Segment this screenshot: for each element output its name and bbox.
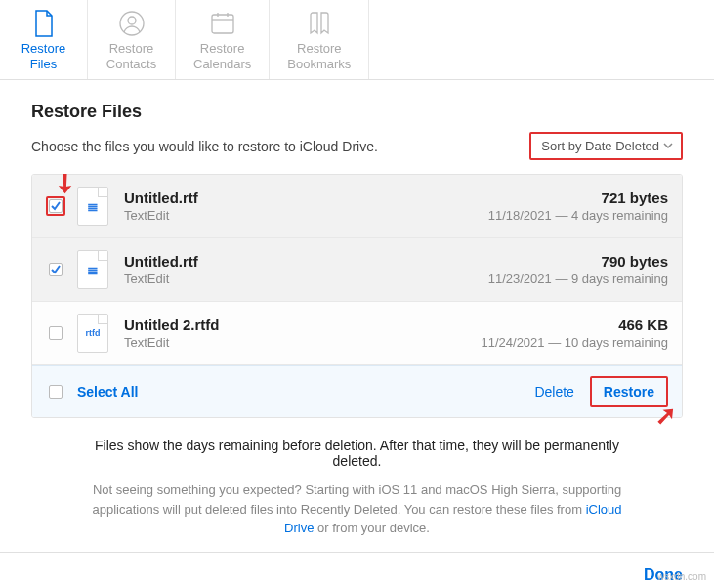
calendar-icon xyxy=(209,10,236,37)
file-name: Untitled 2.rtfd xyxy=(124,316,481,333)
file-row[interactable]: rtfd Untitled 2.rtfd TextEdit 466 KB 11/… xyxy=(32,302,682,365)
file-icon xyxy=(30,10,58,37)
file-app: TextEdit xyxy=(124,208,488,223)
contact-icon xyxy=(118,10,146,37)
help-text: Not seeing something you expected? Start… xyxy=(31,473,683,552)
bookmark-icon xyxy=(306,10,333,37)
tab-restore-files[interactable]: Restore Files xyxy=(0,0,88,79)
file-type-icon: ≣ xyxy=(77,250,108,289)
checkbox[interactable] xyxy=(49,199,63,213)
file-app: TextEdit xyxy=(124,272,488,286)
svg-rect-2 xyxy=(212,15,233,33)
svg-point-1 xyxy=(128,17,136,24)
action-bar: Select All Delete Restore xyxy=(32,365,682,417)
tab-bar: Restore Files Restore Contacts Restore C… xyxy=(0,0,714,80)
sort-dropdown[interactable]: Sort by Date Deleted xyxy=(529,132,683,160)
delete-button[interactable]: Delete xyxy=(525,378,583,405)
file-type-icon: ≣ xyxy=(77,187,108,226)
tab-restore-contacts[interactable]: Restore Contacts xyxy=(88,0,176,79)
tab-label: Restore Bookmarks xyxy=(287,41,351,71)
select-all-checkbox[interactable] xyxy=(49,385,63,399)
select-all-button[interactable]: Select All xyxy=(77,384,139,399)
file-list: ≣ Untitled.rtf TextEdit 721 bytes 11/18/… xyxy=(31,174,683,418)
file-name: Untitled.rtf xyxy=(124,189,488,206)
sort-label: Sort by Date Deleted xyxy=(541,139,659,153)
chevron-down-icon xyxy=(663,139,673,153)
checkbox[interactable] xyxy=(49,326,63,340)
file-size: 466 KB xyxy=(481,316,668,333)
file-meta: 11/24/2021 — 10 days remaining xyxy=(481,335,668,350)
checkbox[interactable] xyxy=(49,263,63,276)
watermark: wsxdn.com xyxy=(657,571,706,582)
file-meta: 11/23/2021 — 9 days remaining xyxy=(488,272,668,286)
file-size: 721 bytes xyxy=(488,189,668,206)
page-subtitle: Choose the files you would like to resto… xyxy=(31,139,378,154)
file-row[interactable]: ≣ Untitled.rtf TextEdit 721 bytes 11/18/… xyxy=(32,175,682,238)
footer-note: Files show the days remaining before del… xyxy=(31,418,683,473)
tab-restore-calendars[interactable]: Restore Calendars xyxy=(176,0,270,79)
tab-label: Restore Files xyxy=(21,41,66,71)
page-title: Restore Files xyxy=(31,102,683,122)
file-name: Untitled.rtf xyxy=(124,253,488,270)
file-type-icon: rtfd xyxy=(77,314,108,353)
file-size: 790 bytes xyxy=(488,253,668,270)
tab-restore-bookmarks[interactable]: Restore Bookmarks xyxy=(270,0,369,79)
file-row[interactable]: ≣ Untitled.rtf TextEdit 790 bytes 11/23/… xyxy=(32,238,682,302)
tab-label: Restore Contacts xyxy=(106,41,156,71)
tab-label: Restore Calendars xyxy=(193,41,251,71)
restore-button[interactable]: Restore xyxy=(590,376,668,407)
file-app: TextEdit xyxy=(124,335,481,350)
annotation-arrow-icon: ➘ xyxy=(651,405,681,427)
file-meta: 11/18/2021 — 4 days remaining xyxy=(488,208,668,223)
